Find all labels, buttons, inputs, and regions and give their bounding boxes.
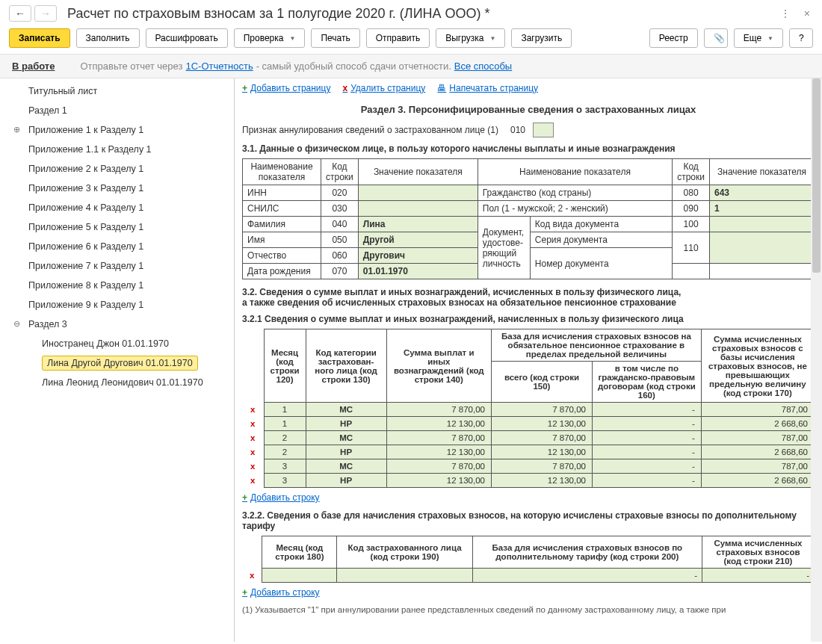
category-cell[interactable]: МС [306,459,386,474]
tree-item[interactable]: Титульный лист [0,81,234,101]
t322-calc[interactable]: - [702,569,815,583]
nav-forward-button[interactable]: → [34,5,57,22]
nav-back-button[interactable]: ← [9,5,31,22]
tree-item[interactable]: Приложение 2 к Разделу 1 [0,159,234,179]
add-row-321-action[interactable]: +Добавить строку [242,492,815,503]
tree-item[interactable]: Приложение 1 к Разделу 1 [0,120,234,140]
t322-month[interactable] [262,569,337,583]
base-all-cell[interactable]: 7 870,00 [491,431,592,445]
delete-row-icon[interactable]: x [247,419,258,428]
base-gph-cell[interactable]: - [592,403,701,417]
birthdate-field[interactable]: 01.01.1970 [358,264,478,279]
add-row-322-action[interactable]: +Добавить строку [242,587,815,598]
doc-kind-field[interactable] [710,217,815,232]
sum-cell[interactable]: 12 130,00 [386,417,491,431]
tree-item[interactable]: Раздел 1 [0,101,234,120]
tree-item[interactable]: Приложение 9 к Разделу 1 [0,295,234,315]
fill-button[interactable]: Заполнить [76,28,140,48]
annul-checkbox[interactable] [533,123,554,137]
kebab-icon[interactable]: ⋮ [777,4,794,22]
middlename-field[interactable]: Другович [358,248,478,264]
add-page-action[interactable]: +Добавить страницу [242,83,330,93]
link-1c-report[interactable]: 1С-Отчетность [185,61,253,72]
export-button[interactable]: Выгрузка▼ [436,28,505,48]
send-button[interactable]: Отправить [366,28,430,48]
delete-page-action[interactable]: xУдалить страницу [342,83,425,93]
print-page-action[interactable]: 🖶Напечатать страницу [437,83,538,93]
base-all-cell[interactable]: 7 870,00 [491,459,592,474]
save-button[interactable]: Записать [9,28,70,48]
month-cell[interactable]: 3 [264,459,306,474]
scrollbar-vertical[interactable] [811,78,822,642]
print-button[interactable]: Печать [311,28,359,48]
base-gph-cell[interactable]: - [592,474,701,488]
help-button[interactable]: ? [789,28,813,48]
month-cell[interactable]: 1 [264,403,306,417]
tree-item[interactable]: Приложение 6 к Разделу 1 [0,237,234,256]
category-cell[interactable]: НР [306,445,386,459]
inn-field[interactable] [358,185,478,201]
base-gph-cell[interactable]: - [592,417,701,431]
tree-item[interactable]: Приложение 8 к Разделу 1 [0,276,234,295]
base-all-cell[interactable]: 12 130,00 [491,474,592,488]
tree-item[interactable]: Раздел 3 [0,315,234,334]
tree-item[interactable]: Иностранец Джон 01.01.1970 [0,334,234,353]
calc-cell[interactable]: 787,00 [701,403,814,417]
base-gph-cell[interactable]: - [592,445,701,459]
base-gph-cell[interactable]: - [592,431,701,445]
close-icon[interactable]: × [801,4,813,22]
decode-button[interactable]: Расшифровать [146,28,228,48]
sum-cell[interactable]: 7 870,00 [386,431,491,445]
delete-row-icon[interactable]: x [247,462,258,471]
calc-cell[interactable]: 787,00 [701,459,814,474]
sum-cell[interactable]: 12 130,00 [386,474,491,488]
link-all-methods[interactable]: Все способы [454,61,512,72]
citizenship-field[interactable]: 643 [710,185,815,201]
delete-row-icon[interactable]: x [247,476,258,485]
category-cell[interactable]: МС [306,403,386,417]
tree-item-label: Раздел 1 [28,105,67,116]
sex-field[interactable]: 1 [710,201,815,217]
calc-cell[interactable]: 787,00 [701,431,814,445]
snils-field[interactable] [358,201,478,217]
tree-item[interactable]: Лина Другой Другович 01.01.1970 [0,353,234,373]
delete-row-icon[interactable]: x [247,405,258,414]
base-all-cell[interactable]: 12 130,00 [491,445,592,459]
tree-item[interactable]: Приложение 4 к Разделу 1 [0,198,234,217]
tree-item[interactable]: Приложение 5 к Разделу 1 [0,217,234,237]
sum-cell[interactable]: 7 870,00 [386,459,491,474]
category-cell[interactable]: НР [306,417,386,431]
category-cell[interactable]: МС [306,431,386,445]
t322-code[interactable] [337,569,472,583]
month-cell[interactable]: 2 [264,431,306,445]
sum-cell[interactable]: 12 130,00 [386,445,491,459]
delete-row-icon[interactable]: x [247,448,258,456]
firstname-field[interactable]: Другой [358,232,478,248]
tree-item[interactable]: Приложение 1.1 к Разделу 1 [0,140,234,159]
sum-cell[interactable]: 7 870,00 [386,403,491,417]
attach-button[interactable]: 📎 [704,28,728,48]
delete-row-icon[interactable]: x [247,571,257,580]
tree-item[interactable]: Приложение 3 к Разделу 1 [0,179,234,198]
base-all-cell[interactable]: 7 870,00 [491,403,592,417]
registry-button[interactable]: Реестр [649,28,698,48]
calc-cell[interactable]: 2 668,60 [701,417,814,431]
tree-item[interactable]: Лина Леонид Леонидович 01.01.1970 [0,373,234,392]
month-cell[interactable]: 1 [264,417,306,431]
month-cell[interactable]: 2 [264,445,306,459]
check-button[interactable]: Проверка▼ [234,28,306,48]
lastname-field[interactable]: Лина [358,217,478,232]
calc-cell[interactable]: 2 668,60 [701,445,814,459]
calc-cell[interactable]: 2 668,60 [701,474,814,488]
more-button[interactable]: Еще▼ [734,28,783,48]
import-button[interactable]: Загрузить [511,28,572,48]
delete-row-icon[interactable]: x [247,433,258,442]
base-all-cell[interactable]: 12 130,00 [491,417,592,431]
doc-number-field[interactable] [710,232,815,264]
month-cell[interactable]: 3 [264,474,306,488]
sidebar-tree: Титульный листРаздел 1Приложение 1 к Раз… [0,78,235,642]
t322-base[interactable]: - [472,569,702,583]
base-gph-cell[interactable]: - [592,459,701,474]
category-cell[interactable]: НР [306,474,386,488]
tree-item[interactable]: Приложение 7 к Разделу 1 [0,256,234,276]
